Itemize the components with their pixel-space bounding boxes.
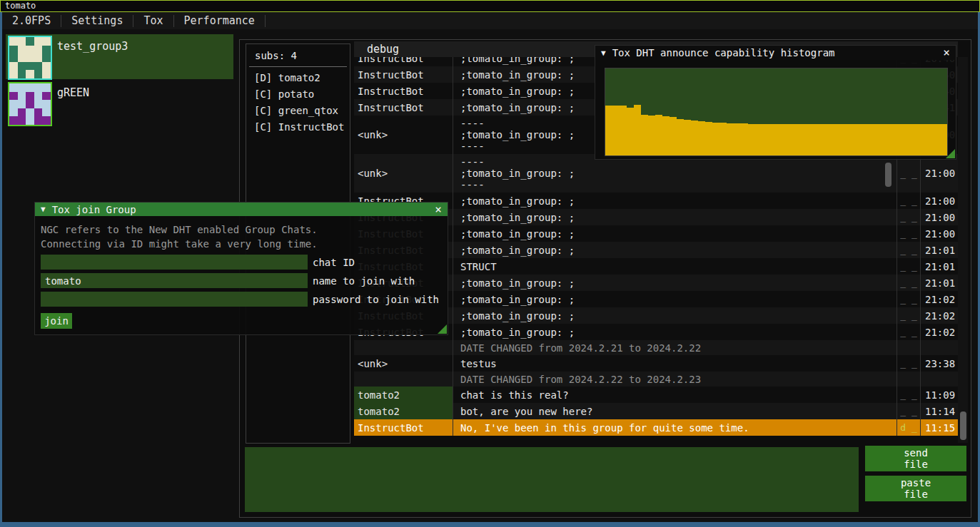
histogram-bar [755,124,762,155]
join-group-window: ▼ Tox join Group × NGC refers to the New… [34,202,448,335]
message-time: 11:14 [920,403,956,419]
sender-name [354,372,453,387]
message-text: ;tomato_in_group: ; [453,209,896,225]
inner-scrollbar-handle[interactable] [885,163,891,187]
message-status: _ _ [896,387,920,403]
date-changed-row[interactable]: DATE CHANGED from 2024.2.22 to 2024.2.23 [354,372,958,387]
message-text: chat is this real? [453,387,896,403]
message-row[interactable]: tomato2chat is this real?_ _11:09 [354,387,958,403]
message-status [896,372,920,387]
menu-item-settings[interactable]: Settings [61,14,133,27]
histogram-bar [684,120,691,155]
histogram-bar [769,124,777,155]
histogram-bar [719,123,727,155]
histogram-bar [869,124,876,155]
sender-name: <unk> [354,154,453,193]
subs-member[interactable]: [C] InstructBot [246,119,350,135]
chat-id-label: chat ID [313,257,355,268]
message-row[interactable]: <unk>testus_ _23:38 [354,355,958,372]
message-line: ---- [460,118,485,129]
window-border-left [0,12,2,527]
avatar-pixel [26,108,34,117]
message-row[interactable]: InstructBotNo, I've been in this group f… [354,419,958,436]
group-item-test_group3[interactable]: test_group3 [6,34,233,79]
sender-name: InstructBot [354,99,453,116]
message-line: ---- [460,156,485,168]
message-status: _ _ [896,307,920,324]
avatar-pixel [26,100,34,108]
message-row[interactable]: <unk>----;tomato_in_group: ;----_ _21:00 [354,154,958,193]
message-status: _ _ [896,355,920,372]
tab-debug[interactable]: debug [354,41,399,56]
subs-member[interactable]: [C] potato [246,86,350,103]
sender-name: InstructBot [354,57,453,66]
join-name-field[interactable] [41,273,308,288]
date-changed-row[interactable]: DATE CHANGED from 2024.2.21 to 2024.2.22 [354,340,958,355]
histogram-bar [834,124,841,155]
avatar-pixel [9,100,18,108]
avatar-pixel [18,53,26,62]
histogram-bar [691,121,698,155]
chat-scrollbar[interactable] [958,57,968,443]
avatar-pixel [9,53,18,62]
join-password-field[interactable] [41,292,308,307]
avatar-pixel [26,83,34,92]
resize-grip[interactable] [946,149,955,158]
message-time: 21:00 [920,193,956,209]
message-row[interactable]: tomato2bot, are you new here?_ _11:14 [354,403,958,419]
dht-histogram-title: Tox DHT announce capability histogram [612,47,835,58]
menu-item-tox[interactable]: Tox [133,14,173,27]
avatar-pixel [18,70,26,78]
histogram-bar [634,105,641,155]
menu-item-performance[interactable]: Performance [174,14,265,27]
avatar-pixel [18,108,26,117]
subs-member[interactable]: [D] tomato2 [246,70,350,86]
collapse-arrow-icon[interactable]: ▼ [601,48,606,58]
window-titlebar: tomato [0,0,980,12]
histogram-bar [762,124,769,155]
dht-histogram-titlebar[interactable]: ▼ Tox DHT announce capability histogram … [595,46,956,60]
sender-name: <unk> [354,116,453,154]
menubar: 2.0FPSSettingsToxPerformance [2,12,978,29]
paste-file-button[interactable]: paste file [865,476,966,501]
avatar-pixel [42,62,51,71]
histogram-bar [812,124,819,155]
histogram-bar [734,123,741,155]
close-icon[interactable]: × [435,204,442,215]
avatar-pixel [34,37,43,46]
histogram-bar [741,123,748,155]
message-status: d _ [896,419,920,436]
chat-id-field[interactable] [41,255,308,270]
avatar-pixel [34,46,43,54]
message-time: 21:01 [920,258,956,275]
histogram-bar [677,119,684,155]
message-time: 21:02 [920,324,956,340]
collapse-arrow-icon[interactable]: ▼ [41,205,46,214]
resize-grip[interactable] [438,324,447,334]
message-line: ;tomato_in_group: ; [460,129,575,140]
close-icon[interactable]: × [943,47,950,58]
avatar-pixel [26,53,34,62]
send-file-button[interactable]: send file [865,446,966,471]
chat-scrollbar-handle[interactable] [960,411,966,440]
window-border-bottom [0,522,980,527]
avatar-pixel [18,116,26,125]
join-button[interactable]: join [41,313,72,329]
message-text: STRUCT [453,258,896,275]
sender-name: <unk> [354,355,453,372]
sender-name: InstructBot [354,419,453,436]
message-text: No, I've been in this group for quite so… [453,419,896,436]
subs-member[interactable]: [C] green_qtox [246,103,350,119]
message-input[interactable] [245,447,859,512]
histogram-bar [727,123,734,155]
avatar-pixel [42,108,51,117]
avatar-pixel [9,62,18,71]
join-group-description-line1: NGC refers to the New DHT enabled Group … [41,222,448,237]
avatar-pixel [42,116,51,125]
histogram-bar [883,124,890,155]
join-group-titlebar[interactable]: ▼ Tox join Group × [35,203,448,216]
message-time: 21:00 [920,225,956,242]
group-item-green[interactable]: gREEN [6,81,233,126]
avatar-pixel [42,37,51,46]
histogram-bar [847,124,854,155]
